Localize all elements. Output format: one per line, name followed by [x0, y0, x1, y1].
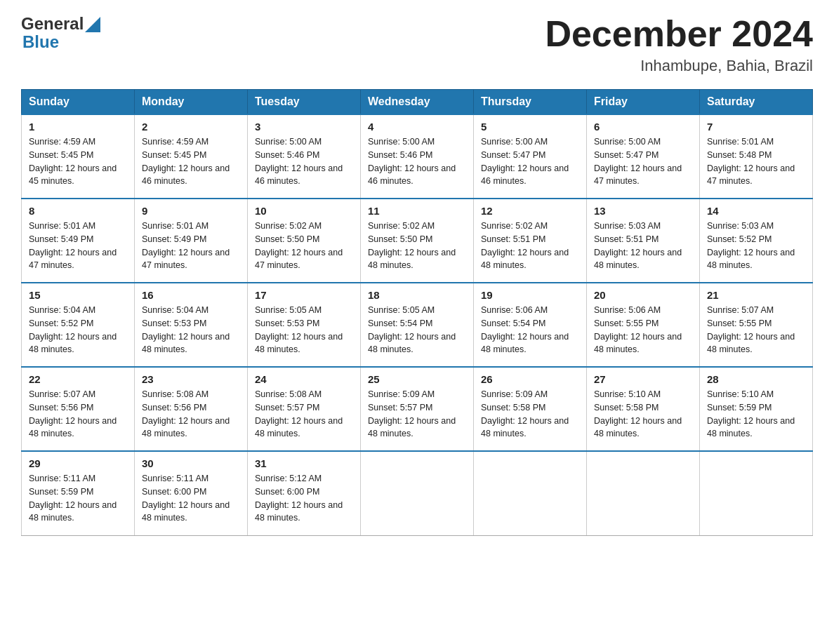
day-info: Sunrise: 5:11 AMSunset: 5:59 PMDaylight:… — [29, 472, 127, 525]
calendar-cell: 13Sunrise: 5:03 AMSunset: 5:51 PMDayligh… — [587, 199, 700, 283]
day-info: Sunrise: 5:00 AMSunset: 5:47 PMDaylight:… — [594, 135, 692, 188]
logo-blue-text: Blue — [22, 32, 59, 52]
title-section: December 2024 Inhambupe, Bahia, Brazil — [545, 14, 813, 75]
calendar-cell: 1Sunrise: 4:59 AMSunset: 5:45 PMDaylight… — [22, 114, 135, 199]
day-info: Sunrise: 5:03 AMSunset: 5:51 PMDaylight:… — [594, 220, 692, 272]
day-number: 29 — [29, 457, 127, 469]
day-info: Sunrise: 5:06 AMSunset: 5:55 PMDaylight:… — [594, 304, 692, 356]
day-number: 15 — [29, 289, 127, 301]
day-header-monday: Monday — [135, 90, 248, 115]
day-number: 23 — [142, 373, 240, 385]
calendar-cell: 14Sunrise: 5:03 AMSunset: 5:52 PMDayligh… — [700, 199, 813, 283]
day-info: Sunrise: 5:04 AMSunset: 5:53 PMDaylight:… — [142, 304, 240, 356]
day-info: Sunrise: 5:01 AMSunset: 5:49 PMDaylight:… — [29, 220, 127, 272]
day-info: Sunrise: 5:02 AMSunset: 5:50 PMDaylight:… — [368, 220, 466, 272]
calendar-cell: 23Sunrise: 5:08 AMSunset: 5:56 PMDayligh… — [135, 367, 248, 451]
calendar-cell: 26Sunrise: 5:09 AMSunset: 5:58 PMDayligh… — [474, 367, 587, 451]
day-number: 10 — [255, 205, 353, 217]
day-number: 22 — [29, 373, 127, 385]
calendar-week-row: 29Sunrise: 5:11 AMSunset: 5:59 PMDayligh… — [22, 451, 813, 535]
calendar-table: SundayMondayTuesdayWednesdayThursdayFrid… — [21, 89, 813, 536]
day-number: 30 — [142, 457, 240, 469]
logo-triangle-icon — [85, 17, 100, 32]
day-info: Sunrise: 5:03 AMSunset: 5:52 PMDaylight:… — [707, 220, 805, 272]
day-info: Sunrise: 5:11 AMSunset: 6:00 PMDaylight:… — [142, 472, 240, 525]
day-header-wednesday: Wednesday — [361, 90, 474, 115]
day-info: Sunrise: 5:04 AMSunset: 5:52 PMDaylight:… — [29, 304, 127, 356]
day-number: 4 — [368, 121, 466, 133]
day-number: 7 — [707, 121, 805, 133]
calendar-cell: 17Sunrise: 5:05 AMSunset: 5:53 PMDayligh… — [248, 283, 361, 367]
day-number: 21 — [707, 289, 805, 301]
calendar-cell: 16Sunrise: 5:04 AMSunset: 5:53 PMDayligh… — [135, 283, 248, 367]
day-number: 17 — [255, 289, 353, 301]
calendar-cell: 6Sunrise: 5:00 AMSunset: 5:47 PMDaylight… — [587, 114, 700, 199]
day-header-saturday: Saturday — [700, 90, 813, 115]
calendar-header-row: SundayMondayTuesdayWednesdayThursdayFrid… — [22, 90, 813, 115]
calendar-cell: 11Sunrise: 5:02 AMSunset: 5:50 PMDayligh… — [361, 199, 474, 283]
calendar-cell: 12Sunrise: 5:02 AMSunset: 5:51 PMDayligh… — [474, 199, 587, 283]
day-number: 28 — [707, 373, 805, 385]
day-info: Sunrise: 5:07 AMSunset: 5:55 PMDaylight:… — [707, 304, 805, 356]
day-info: Sunrise: 5:07 AMSunset: 5:56 PMDaylight:… — [29, 388, 127, 441]
day-header-friday: Friday — [587, 90, 700, 115]
calendar-cell: 24Sunrise: 5:08 AMSunset: 5:57 PMDayligh… — [248, 367, 361, 451]
calendar-cell — [700, 451, 813, 535]
day-info: Sunrise: 5:00 AMSunset: 5:46 PMDaylight:… — [368, 135, 466, 188]
calendar-cell: 5Sunrise: 5:00 AMSunset: 5:47 PMDaylight… — [474, 114, 587, 199]
day-info: Sunrise: 5:08 AMSunset: 5:57 PMDaylight:… — [255, 388, 353, 441]
day-info: Sunrise: 5:12 AMSunset: 6:00 PMDaylight:… — [255, 472, 353, 525]
calendar-cell: 7Sunrise: 5:01 AMSunset: 5:48 PMDaylight… — [700, 114, 813, 199]
calendar-week-row: 22Sunrise: 5:07 AMSunset: 5:56 PMDayligh… — [22, 367, 813, 451]
day-info: Sunrise: 5:10 AMSunset: 5:58 PMDaylight:… — [594, 388, 692, 441]
day-info: Sunrise: 5:02 AMSunset: 5:51 PMDaylight:… — [481, 220, 579, 272]
calendar-cell: 20Sunrise: 5:06 AMSunset: 5:55 PMDayligh… — [587, 283, 700, 367]
calendar-cell — [587, 451, 700, 535]
calendar-cell: 25Sunrise: 5:09 AMSunset: 5:57 PMDayligh… — [361, 367, 474, 451]
page-header: General Blue December 2024 Inhambupe, Ba… — [21, 14, 813, 75]
calendar-cell: 28Sunrise: 5:10 AMSunset: 5:59 PMDayligh… — [700, 367, 813, 451]
day-info: Sunrise: 5:09 AMSunset: 5:57 PMDaylight:… — [368, 388, 466, 441]
day-info: Sunrise: 5:05 AMSunset: 5:54 PMDaylight:… — [368, 304, 466, 356]
logo: General Blue — [21, 14, 100, 52]
month-title: December 2024 — [545, 14, 813, 54]
location-text: Inhambupe, Bahia, Brazil — [545, 57, 813, 75]
calendar-cell: 19Sunrise: 5:06 AMSunset: 5:54 PMDayligh… — [474, 283, 587, 367]
calendar-cell: 2Sunrise: 4:59 AMSunset: 5:45 PMDaylight… — [135, 114, 248, 199]
calendar-cell: 22Sunrise: 5:07 AMSunset: 5:56 PMDayligh… — [22, 367, 135, 451]
day-info: Sunrise: 5:09 AMSunset: 5:58 PMDaylight:… — [481, 388, 579, 441]
svg-marker-0 — [85, 17, 100, 32]
day-info: Sunrise: 5:01 AMSunset: 5:49 PMDaylight:… — [142, 220, 240, 272]
day-number: 27 — [594, 373, 692, 385]
day-number: 31 — [255, 457, 353, 469]
calendar-cell — [474, 451, 587, 535]
calendar-cell: 9Sunrise: 5:01 AMSunset: 5:49 PMDaylight… — [135, 199, 248, 283]
day-number: 11 — [368, 205, 466, 217]
day-info: Sunrise: 4:59 AMSunset: 5:45 PMDaylight:… — [29, 135, 127, 188]
calendar-week-row: 15Sunrise: 5:04 AMSunset: 5:52 PMDayligh… — [22, 283, 813, 367]
calendar-cell: 10Sunrise: 5:02 AMSunset: 5:50 PMDayligh… — [248, 199, 361, 283]
logo-general-text: General — [21, 14, 84, 34]
day-number: 9 — [142, 205, 240, 217]
day-number: 14 — [707, 205, 805, 217]
calendar-cell: 4Sunrise: 5:00 AMSunset: 5:46 PMDaylight… — [361, 114, 474, 199]
day-info: Sunrise: 5:10 AMSunset: 5:59 PMDaylight:… — [707, 388, 805, 441]
day-header-sunday: Sunday — [22, 90, 135, 115]
calendar-cell: 3Sunrise: 5:00 AMSunset: 5:46 PMDaylight… — [248, 114, 361, 199]
day-info: Sunrise: 5:00 AMSunset: 5:46 PMDaylight:… — [255, 135, 353, 188]
day-info: Sunrise: 5:00 AMSunset: 5:47 PMDaylight:… — [481, 135, 579, 188]
day-header-thursday: Thursday — [474, 90, 587, 115]
day-info: Sunrise: 4:59 AMSunset: 5:45 PMDaylight:… — [142, 135, 240, 188]
calendar-cell: 21Sunrise: 5:07 AMSunset: 5:55 PMDayligh… — [700, 283, 813, 367]
calendar-cell: 30Sunrise: 5:11 AMSunset: 6:00 PMDayligh… — [135, 451, 248, 535]
day-number: 18 — [368, 289, 466, 301]
calendar-week-row: 8Sunrise: 5:01 AMSunset: 5:49 PMDaylight… — [22, 199, 813, 283]
calendar-cell: 8Sunrise: 5:01 AMSunset: 5:49 PMDaylight… — [22, 199, 135, 283]
calendar-cell: 29Sunrise: 5:11 AMSunset: 5:59 PMDayligh… — [22, 451, 135, 535]
day-info: Sunrise: 5:02 AMSunset: 5:50 PMDaylight:… — [255, 220, 353, 272]
day-number: 25 — [368, 373, 466, 385]
day-number: 5 — [481, 121, 579, 133]
day-number: 20 — [594, 289, 692, 301]
day-number: 8 — [29, 205, 127, 217]
calendar-week-row: 1Sunrise: 4:59 AMSunset: 5:45 PMDaylight… — [22, 114, 813, 199]
